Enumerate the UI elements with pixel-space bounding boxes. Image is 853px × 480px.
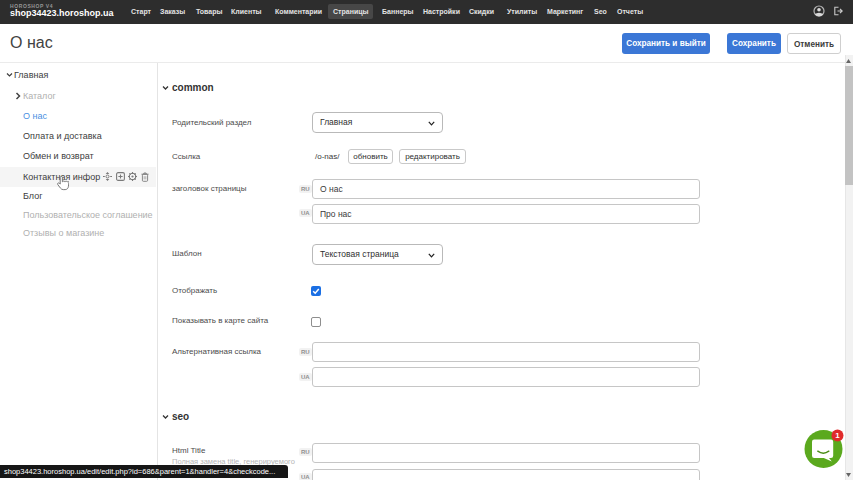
svg-text:1: 1	[835, 431, 840, 440]
